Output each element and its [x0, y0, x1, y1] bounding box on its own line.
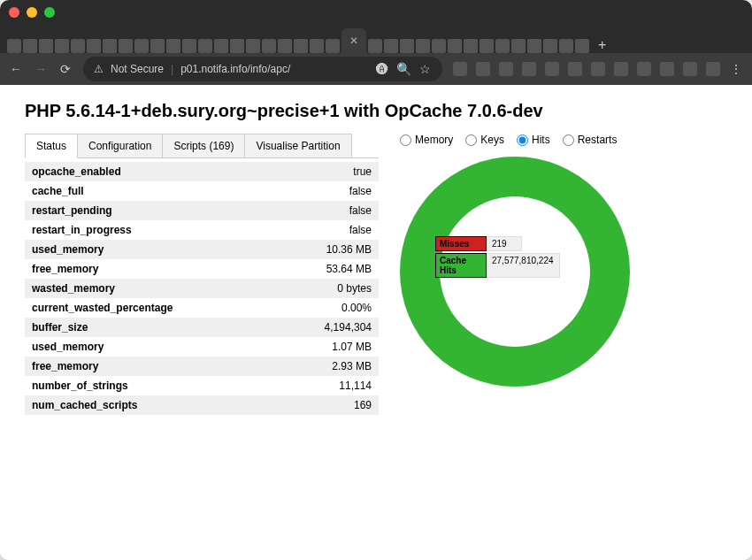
tab-favicon[interactable]	[55, 39, 69, 53]
url-field[interactable]: ⚠ Not Secure | p01.notifa.info/info/apc/…	[83, 57, 442, 81]
panel-tab[interactable]: Status	[25, 134, 78, 158]
chart-radio[interactable]: Keys	[465, 134, 504, 146]
status-value: 169	[279, 395, 379, 415]
tab-favicon[interactable]	[559, 39, 573, 53]
tab-favicon[interactable]	[432, 39, 446, 53]
chart-radio-input[interactable]	[400, 134, 411, 146]
chart-radio-group: MemoryKeysHitsRestarts	[400, 134, 727, 146]
chart-radio[interactable]: Memory	[400, 134, 453, 146]
tab-favicon[interactable]	[182, 39, 196, 53]
tab-favicon[interactable]	[71, 39, 85, 53]
status-row: restart_in_progressfalse	[25, 220, 379, 240]
status-row: cache_fullfalse	[25, 181, 379, 201]
tab-favicon[interactable]	[166, 39, 180, 53]
reload-icon[interactable]: ⟳	[58, 62, 73, 76]
status-row: current_wasted_percentage0.00%	[25, 298, 379, 318]
tab-favicon[interactable]	[575, 39, 589, 53]
new-tab-button[interactable]: +	[591, 37, 613, 53]
tab-favicon[interactable]	[246, 39, 260, 53]
maximize-window-button[interactable]	[44, 7, 55, 18]
page-content: PHP 5.6.14-1+deb.sury.org~precise+1 with…	[0, 85, 752, 560]
close-tab-icon[interactable]: ✕	[349, 35, 358, 47]
extension-icon[interactable]	[476, 62, 490, 76]
extension-icon[interactable]	[568, 62, 582, 76]
status-key: current_wasted_percentage	[25, 298, 279, 318]
extension-icon[interactable]	[660, 62, 674, 76]
extension-icon[interactable]	[545, 62, 559, 76]
tab-favicon[interactable]	[150, 39, 165, 53]
search-icon[interactable]: 🔍	[396, 62, 411, 76]
active-browser-tab[interactable]: ✕	[341, 28, 366, 53]
tab-favicon[interactable]	[214, 39, 228, 53]
status-value: 11,114	[279, 376, 379, 395]
tab-favicon[interactable]	[464, 39, 478, 53]
status-row: number_of_strings11,114	[25, 376, 379, 395]
status-key: wasted_memory	[25, 279, 279, 298]
extension-icon[interactable]	[453, 62, 467, 76]
tab-favicon[interactable]	[7, 39, 21, 53]
status-value: 53.64 MB	[279, 259, 379, 279]
status-value: 1.07 MB	[279, 337, 379, 357]
tab-favicon[interactable]	[416, 39, 430, 53]
tab-favicon[interactable]	[384, 39, 398, 53]
status-key: free_memory	[25, 357, 279, 376]
tab-favicon[interactable]	[326, 39, 340, 53]
forward-icon[interactable]: →	[34, 62, 48, 76]
tab-favicon[interactable]	[310, 39, 324, 53]
tab-favicon[interactable]	[527, 39, 541, 53]
tab-favicon[interactable]	[103, 39, 117, 53]
extension-icon[interactable]	[614, 62, 628, 76]
tab-favicon[interactable]	[39, 39, 53, 53]
panel-tab[interactable]: Scripts (169)	[162, 134, 245, 157]
tab-favicon[interactable]	[368, 39, 382, 53]
tab-favicon[interactable]	[87, 39, 101, 53]
star-icon[interactable]: ☆	[418, 62, 432, 76]
status-key: free_memory	[25, 259, 279, 279]
left-panel: StatusConfigurationScripts (169)Visualis…	[25, 134, 379, 415]
chart-radio-input[interactable]	[563, 134, 574, 146]
status-key: restart_pending	[25, 201, 279, 220]
tab-favicon[interactable]	[400, 39, 414, 53]
chart-radio-label: Memory	[415, 134, 453, 146]
extension-icon[interactable]	[706, 62, 720, 76]
tab-favicon[interactable]	[119, 39, 133, 53]
status-key: used_memory	[25, 240, 279, 259]
tab-favicon[interactable]	[134, 39, 149, 53]
menu-icon[interactable]: ⋮	[729, 62, 743, 76]
tab-favicon[interactable]	[294, 39, 308, 53]
translate-icon[interactable]: 🅐	[375, 62, 389, 76]
tab-favicon[interactable]	[278, 39, 292, 53]
minimize-window-button[interactable]	[27, 7, 37, 18]
tab-favicon[interactable]	[511, 39, 526, 53]
extension-icon[interactable]	[637, 62, 651, 76]
tab-favicon[interactable]	[448, 39, 462, 53]
legend-swatch-misses: Misses	[435, 236, 487, 251]
close-window-button[interactable]	[9, 7, 19, 18]
tab-favicon[interactable]	[230, 39, 244, 53]
back-icon[interactable]: ←	[9, 62, 23, 76]
tab-favicon[interactable]	[198, 39, 212, 53]
status-value: false	[279, 201, 379, 220]
tab-favicon[interactable]	[23, 39, 37, 53]
extension-icon[interactable]	[522, 62, 536, 76]
legend-value-hits: 27,577,810,224	[487, 253, 560, 278]
titlebar	[0, 0, 752, 25]
chart-radio-input[interactable]	[517, 134, 528, 146]
chart-radio-input[interactable]	[465, 134, 477, 146]
status-value: 2.93 MB	[279, 357, 379, 376]
tab-favicon[interactable]	[262, 39, 276, 53]
panel-tabs: StatusConfigurationScripts (169)Visualis…	[25, 134, 379, 158]
extension-icon[interactable]	[683, 62, 697, 76]
extension-icon[interactable]	[499, 62, 513, 76]
tab-favicon[interactable]	[543, 39, 557, 53]
panel-tab[interactable]: Visualise Partition	[244, 134, 351, 157]
tab-favicon[interactable]	[480, 39, 494, 53]
chart-radio[interactable]: Hits	[517, 134, 550, 146]
extension-icon[interactable]	[591, 62, 605, 76]
chart-radio[interactable]: Restarts	[563, 134, 618, 146]
status-value: false	[279, 181, 379, 201]
tab-favicon[interactable]	[495, 39, 510, 53]
status-value: 0 bytes	[279, 279, 379, 298]
panel-tab[interactable]: Configuration	[77, 134, 163, 157]
status-key: num_cached_scripts	[25, 395, 279, 415]
